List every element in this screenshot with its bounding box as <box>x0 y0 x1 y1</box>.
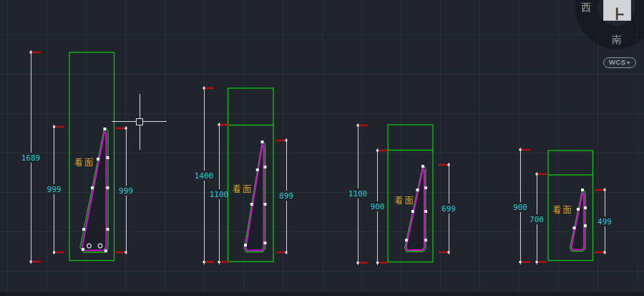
pickbox <box>137 118 143 125</box>
dimension-value[interactable]: 999 <box>119 186 133 196</box>
dimension-inner-right[interactable]: 999 <box>116 126 133 254</box>
dimension-inner-left[interactable]: 900 <box>371 148 388 265</box>
wcs-label: WCS <box>609 58 626 66</box>
panel-drawing-4[interactable]: 看面 900 700 <box>513 148 612 264</box>
dimension-inner-right[interactable]: 699 <box>439 163 456 254</box>
dimension-value[interactable]: 1400 <box>195 171 214 181</box>
dimension-total[interactable]: 1100 <box>348 123 368 265</box>
face-label[interactable]: 看面 <box>394 196 415 206</box>
dimension-value[interactable]: 699 <box>441 204 456 214</box>
face-label[interactable]: 看面 <box>552 205 573 215</box>
dimension-value[interactable]: 700 <box>530 215 544 224</box>
face-label[interactable]: 看面 <box>233 184 253 194</box>
dimension-inner-left[interactable]: 999 <box>47 125 64 254</box>
bolt-hole[interactable] <box>87 244 92 248</box>
dimension-total[interactable]: 1689 <box>21 50 41 264</box>
face-label[interactable]: 看面 <box>74 158 95 168</box>
dimension-inner-right[interactable]: 899 <box>276 138 293 254</box>
dimension-value[interactable]: 900 <box>371 202 385 211</box>
dimension-inner-left[interactable]: 700 <box>530 172 547 264</box>
dimension-value[interactable]: 900 <box>513 203 527 212</box>
dimension-value[interactable]: 1689 <box>21 153 41 163</box>
panel-drawing-1[interactable]: 看面 1689 999 <box>21 50 133 264</box>
viewcube-south-face[interactable]: 南 <box>612 34 622 44</box>
wcs-dropdown-button[interactable]: WCS ▾ <box>603 57 636 68</box>
viewcube-top-face[interactable]: 上 <box>603 0 631 21</box>
bolt-hole[interactable] <box>98 244 102 248</box>
dimension-value[interactable]: 899 <box>279 191 293 201</box>
dimension-value[interactable]: 1100 <box>210 190 229 199</box>
dimension-value[interactable]: 499 <box>597 217 612 226</box>
dimension-inner-left[interactable]: 1100 <box>210 123 229 264</box>
dimension-value[interactable]: 1100 <box>348 189 368 199</box>
viewport-bottom-edge <box>0 291 644 296</box>
dimension-total[interactable]: 900 <box>513 148 530 264</box>
cad-drawing-canvas[interactable]: 看面 1689 999 <box>0 0 644 296</box>
dimension-value[interactable]: 999 <box>47 185 62 194</box>
dimension-inner-right[interactable]: 499 <box>595 188 612 254</box>
chevron-down-icon: ▾ <box>627 60 633 65</box>
panel-drawing-2[interactable]: 看面 1400 1100 <box>195 86 293 264</box>
dimension-total[interactable]: 1400 <box>195 86 214 264</box>
crosshair-cursor <box>112 94 167 150</box>
drawing-geometry: 看面 1689 999 <box>0 0 644 296</box>
panel-drawing-3[interactable]: 看面 1100 900 <box>348 123 456 265</box>
viewcube-west-face[interactable]: 西 <box>581 2 591 12</box>
